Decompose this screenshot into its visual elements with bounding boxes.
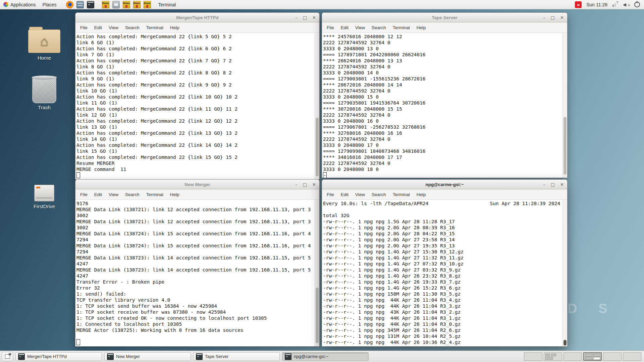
midas-icon[interactable]: Midas (144, 1, 151, 8)
midas-icon[interactable]: Midas (123, 1, 130, 8)
menu-file[interactable]: File (77, 191, 90, 198)
menu-terminal[interactable]: Terminal (144, 191, 166, 198)
power-icon[interactable] (634, 2, 640, 7)
taskbar-button-merger-tape-httpd[interactable]: Merger/Tape HTTPd (15, 352, 102, 361)
file-manager-icon[interactable] (76, 1, 84, 8)
maximize-button[interactable]: □ (303, 182, 307, 187)
workspace-6[interactable] (623, 352, 641, 361)
menu-edit[interactable]: Edit (338, 191, 351, 198)
menu-file[interactable]: File (324, 24, 337, 31)
menu-view[interactable]: View (353, 191, 368, 198)
terminal-screen[interactable]: **** 24576016 2048000 12 12 2222 1278744… (322, 33, 567, 178)
menu-terminal[interactable]: Terminal (144, 24, 166, 31)
workspace-1[interactable] (524, 352, 542, 361)
titlebar[interactable]: npg@carme-gsi:~ – □ ✕ (322, 180, 567, 189)
midas-icon[interactable]: Midas (133, 1, 141, 8)
scrollbar-thumb[interactable] (316, 288, 319, 343)
show-desktop-icon (5, 354, 10, 359)
menu-file[interactable]: File (77, 24, 90, 31)
update-notifier-icon[interactable]: » (575, 1, 582, 8)
taskbar-button-npg-carme-gsi[interactable]: npg@carme-gsi:~ (282, 352, 369, 361)
desktop-icon-firstdrive[interactable]: FirstDrive (22, 185, 66, 209)
menu-help[interactable]: Help (167, 24, 182, 31)
terminal-icon[interactable] (87, 1, 94, 8)
menu-search[interactable]: Search (369, 24, 389, 31)
menu-search[interactable]: Search (122, 24, 142, 31)
workspace-window-mini (545, 357, 553, 360)
titlebar[interactable]: New Merger – □ ✕ (75, 180, 319, 189)
workspace-2[interactable] (544, 352, 562, 361)
close-button[interactable]: ✕ (560, 182, 564, 187)
window-title: Tape Server (432, 15, 457, 20)
terminal-cursor: - (323, 172, 327, 178)
clock[interactable]: Sun 11:28 (586, 2, 607, 7)
menu-terminal[interactable]: Terminal (390, 191, 413, 198)
panel-status-area: » Sun 11:28 ? ◀✕ (575, 0, 644, 9)
scrollbar[interactable] (315, 33, 319, 179)
window-title: Merger/Tape HTTPd (176, 15, 219, 20)
menu-edit[interactable]: Edit (92, 24, 105, 31)
close-button[interactable]: ✕ (560, 15, 564, 20)
menubar: File Edit View Search Terminal Help (75, 22, 319, 33)
taskbar-button-tape-server[interactable]: Tape Server (193, 352, 280, 361)
taskbar: Merger/Tape HTTPd New Merger Tape Server… (0, 351, 644, 362)
menu-view[interactable]: View (106, 191, 121, 198)
workspace-4-current[interactable] (583, 352, 602, 361)
terminal-output: 9176 MERGE Data Link (138721): link 12 a… (75, 200, 319, 333)
network-status-icon[interactable]: ? (612, 2, 618, 7)
window-title: New Merger (184, 182, 210, 187)
desktop-icon-trash[interactable]: Trash (22, 76, 66, 110)
minimize-button[interactable]: – (543, 15, 545, 20)
workspace-window-mini (585, 354, 592, 357)
menu-edit[interactable]: Edit (92, 191, 105, 198)
menu-edit[interactable]: Edit (338, 24, 351, 31)
maximize-button[interactable]: □ (551, 15, 555, 20)
applications-menu-label: Applications (10, 2, 36, 7)
show-desktop-button[interactable] (2, 352, 13, 361)
launcher-row: Midas Midas Midas Midas (66, 1, 151, 8)
menu-file[interactable]: File (324, 191, 337, 198)
taskbar-button-new-merger[interactable]: New Merger (104, 352, 191, 361)
volume-muted-icon[interactable]: ◀✕ (623, 2, 630, 7)
minimize-button[interactable]: – (295, 15, 298, 20)
menu-view[interactable]: View (106, 24, 121, 31)
scrollbar-thumb[interactable] (564, 117, 567, 175)
firefox-icon[interactable] (66, 1, 73, 8)
menu-help[interactable]: Help (414, 191, 429, 198)
scrollbar[interactable] (562, 200, 567, 346)
titlebar[interactable]: Merger/Tape HTTPd – □ ✕ (75, 13, 319, 22)
workspace-5[interactable] (603, 352, 622, 361)
close-button[interactable]: ✕ (312, 182, 316, 187)
menu-help[interactable]: Help (414, 24, 429, 31)
workspace-3[interactable] (564, 352, 582, 361)
screenshot-tool-icon[interactable] (112, 1, 120, 8)
minimize-button[interactable]: – (295, 182, 298, 187)
taskbar-button-label: Tape Server (205, 354, 228, 359)
menu-search[interactable]: Search (369, 191, 389, 198)
titlebar[interactable]: Tape Server – □ ✕ (322, 13, 567, 22)
scrollbar[interactable] (562, 33, 567, 178)
workspace-window-mini (545, 354, 550, 356)
midas-icon[interactable]: Midas (102, 1, 109, 8)
menu-search[interactable]: Search (122, 191, 142, 198)
scrollbar-thumb[interactable] (564, 340, 567, 346)
desktop-icon-home[interactable]: ⌂ Home (22, 26, 66, 61)
terminal-screen[interactable]: 9176 MERGE Data Link (138721): link 12 a… (75, 200, 319, 346)
terminal-screen[interactable]: Action has completed: MergeCommand 22 {l… (75, 33, 319, 179)
menu-view[interactable]: View (353, 24, 368, 31)
terminal-output: Every 10.0s: ls -lth /TapeData/APR24 Sun… (322, 200, 567, 345)
maximize-button[interactable]: □ (303, 15, 307, 20)
scrollbar[interactable] (315, 200, 319, 346)
places-menu[interactable]: Places (39, 0, 60, 9)
active-app-menu[interactable]: Terminal (158, 2, 176, 7)
menubar: File Edit View Search Terminal Help (322, 22, 567, 33)
scrollbar-thumb[interactable] (316, 118, 319, 176)
menu-help[interactable]: Help (167, 191, 182, 198)
terminal-screen[interactable]: Every 10.0s: ls -lth /TapeData/APR24 Sun… (322, 200, 567, 346)
minimize-button[interactable]: – (543, 182, 545, 187)
close-button[interactable]: ✕ (312, 15, 316, 20)
applications-menu[interactable]: Applications (0, 0, 39, 9)
maximize-button[interactable]: □ (551, 182, 555, 187)
menu-terminal[interactable]: Terminal (390, 24, 413, 31)
desktop-watermark: D S (568, 301, 616, 316)
